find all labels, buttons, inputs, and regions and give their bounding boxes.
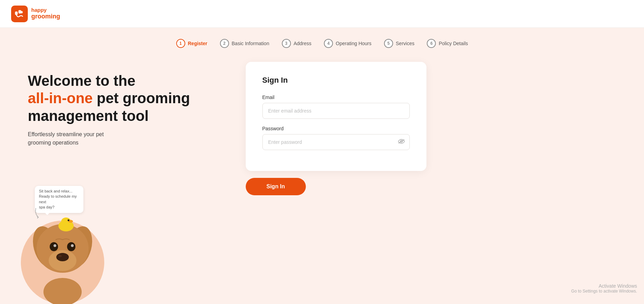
svg-point-10 [67,242,75,251]
logo[interactable]: happy grooming [11,6,60,22]
logo-grooming: grooming [31,13,60,20]
password-label: Password [262,126,410,131]
activate-windows-watermark: Activate Windows Go to Settings to activ… [571,283,637,294]
email-input[interactable] [262,103,410,119]
steps-nav: 1 Register 2 Basic Information 3 Address… [170,28,474,48]
signin-button[interactable]: Sign In [246,178,306,195]
eye-toggle-icon[interactable] [398,139,405,145]
header: happy grooming [0,0,644,28]
email-group: Email [262,95,410,119]
svg-point-2 [21,11,23,13]
svg-point-11 [54,244,56,247]
step-circle-2: 2 [220,39,229,48]
step-label-2: Basic Information [232,41,269,46]
hero-line1: Welcome to the [28,73,136,89]
content-row: Welcome to the all-in-one pet grooming m… [0,51,644,304]
right-spacer [454,51,644,304]
dog-svg [21,193,104,304]
password-group: Password [262,126,410,150]
step-label-4: Operating Hours [336,41,372,46]
hero-subtitle-line2: grooming operations [28,140,79,146]
activate-windows-title: Activate Windows [571,283,637,289]
step-circle-3: 3 [282,39,291,48]
hero-line3: management tool [28,108,149,124]
step-label-3: Address [294,41,311,46]
step-label-6: Policy Details [439,41,468,46]
step-register[interactable]: 1 Register [170,39,214,48]
step-circle-1: 1 [176,39,185,48]
password-input[interactable] [262,134,410,150]
step-label-5: Services [396,41,415,46]
step-basic-info[interactable]: 2 Basic Information [214,39,276,48]
logo-icon [11,6,28,22]
step-policy-details[interactable]: 6 Policy Details [421,39,474,48]
step-address[interactable]: 3 Address [276,39,318,48]
signin-card: Sign In Email Password [246,62,426,171]
svg-point-8 [58,255,62,257]
hero-subtitle-line1: Effortlessly streamline your pet [28,131,104,137]
step-circle-5: 5 [384,39,393,48]
activate-windows-subtitle: Go to Settings to activate Windows. [571,289,637,294]
dog-svg-container [14,186,111,304]
password-wrapper [262,134,410,150]
svg-point-7 [56,253,69,261]
logo-text: happy grooming [31,7,60,20]
main-content: 1 Register 2 Basic Information 3 Address… [0,28,644,304]
center-col: Sign In Email Password [218,51,454,304]
hero-title: Welcome to the all-in-one pet grooming m… [28,72,218,125]
dog-illustration-area: Sit back and relax... Ready to schedule … [14,172,118,304]
step-circle-4: 4 [324,39,333,48]
svg-point-17 [68,220,70,221]
svg-point-12 [71,244,74,247]
hero-highlight: all-in-one [28,90,93,106]
hero-section: Welcome to the all-in-one pet grooming m… [0,51,218,304]
step-operating-hours[interactable]: 4 Operating Hours [318,39,378,48]
step-services[interactable]: 5 Services [378,39,421,48]
step-label-1: Register [188,41,207,46]
svg-point-13 [43,278,82,304]
svg-rect-0 [15,11,18,15]
step-circle-6: 6 [427,39,436,48]
svg-point-9 [50,242,58,251]
logo-svg [14,9,25,19]
email-label: Email [262,95,410,100]
signin-title: Sign In [262,76,410,85]
hero-line2: pet grooming [97,90,190,106]
hero-subtitle: Effortlessly streamline your pet groomin… [28,130,218,147]
logo-happy: happy [31,7,60,13]
